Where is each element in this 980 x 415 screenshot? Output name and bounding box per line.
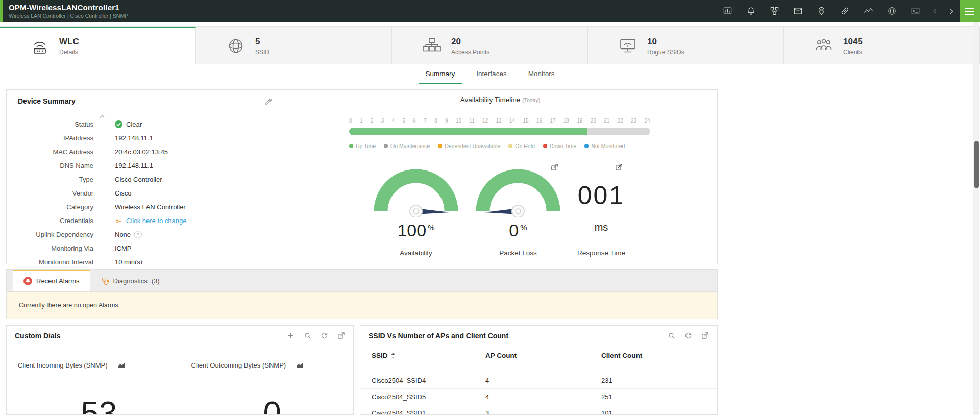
performance-icon[interactable]	[856, 0, 880, 22]
table-row[interactable]: Cisco2504_SSID5 4 251	[360, 389, 717, 405]
alarms-empty-message: Currently there are no open Alarms.	[19, 302, 120, 309]
chevron-left-icon[interactable]	[927, 0, 943, 22]
dial-client-incoming-bytes: Client Incoming Bytes (SNMP) 53	[7, 346, 180, 415]
availability-label: Availability	[373, 249, 459, 257]
cell-ap-count: 4	[485, 377, 601, 384]
add-dial-icon[interactable]	[287, 332, 295, 339]
workflow-icon[interactable]	[763, 0, 786, 22]
sort-icon[interactable]	[391, 353, 395, 359]
device-tab-label: Clients	[843, 48, 863, 56]
area-chart-icon[interactable]	[296, 362, 304, 369]
field-value: 192.148.11.1	[115, 162, 153, 169]
device-tab-access-points[interactable]: 20 Access Points	[392, 27, 588, 64]
chevron-right-icon[interactable]	[943, 0, 960, 22]
search-icon[interactable]	[304, 332, 311, 339]
gauge-popout-icon[interactable]	[615, 163, 623, 171]
cell-client-count: 231	[601, 377, 717, 384]
field-ipaddress: IPAddress 192.148.11.1	[7, 131, 282, 145]
popout-icon[interactable]	[701, 332, 709, 339]
field-value: ICMP	[115, 245, 132, 252]
legend-dot	[349, 144, 353, 148]
diagnostics-icon	[101, 277, 109, 285]
device-tab-text: 20 Access Points	[451, 37, 489, 56]
dial-client-outcoming-bytes: Client Outcoming Bytes (SNMP) 0	[180, 346, 354, 415]
device-tab-count: 1045	[843, 37, 863, 47]
menu-icon[interactable]	[960, 0, 980, 22]
link-icon[interactable]	[833, 0, 856, 22]
legend-dot	[438, 144, 442, 148]
legend-on-maintenance: On Maintenance	[384, 143, 430, 149]
dials-body: Client Incoming Bytes (SNMP) 53 Client O…	[7, 346, 353, 415]
column-ssid[interactable]: SSID	[372, 352, 388, 359]
column-client-count[interactable]: Client Count	[601, 352, 717, 359]
response-time-value: 001	[558, 181, 645, 210]
credentials-change-link[interactable]: Click here to change	[126, 217, 187, 225]
wifi-icon	[30, 36, 50, 56]
field-monitoring-via: Monitoring Via ICMP	[7, 241, 282, 255]
timeline-legend: Up Time On Maintenance Dependent Unavail…	[349, 143, 625, 149]
edit-icon[interactable]	[264, 97, 273, 106]
tab-label: Recent Alarms	[36, 277, 80, 285]
response-time-label: Response Time	[558, 249, 645, 257]
refresh-icon[interactable]	[321, 332, 328, 339]
alarm-bell-icon[interactable]	[739, 0, 763, 22]
ssid-panel-title: SSID Vs Number of APs and Client Count	[369, 332, 508, 340]
mail-icon[interactable]	[786, 0, 810, 22]
device-tab-text: 10 Rogue SSIDs	[647, 37, 684, 56]
device-tab-rogue-ssids[interactable]: 10 Rogue SSIDs	[588, 27, 784, 64]
clients-icon	[814, 36, 834, 56]
alarms-tabbar: Recent Alarms Diagnostics (3)	[7, 270, 717, 292]
tab-diagnostics[interactable]: Diagnostics (3)	[90, 270, 170, 291]
device-summary-panel: Device Summary Status Clear IPAddress 19…	[6, 89, 718, 264]
field-uplink-dependency: Uplink Dependency None ?	[7, 228, 282, 241]
device-tab-label: SSID	[255, 48, 270, 56]
field-value: 20:4c:03:02:13:45	[115, 148, 168, 156]
availability-timeline-bar[interactable]	[349, 128, 650, 135]
packet-loss-label: Packet Loss	[475, 249, 561, 257]
legend-dot	[543, 144, 547, 148]
packet-loss-value: 0%	[475, 221, 561, 240]
rogue-ssid-icon	[618, 36, 638, 56]
tab-summary[interactable]: Summary	[419, 64, 462, 84]
field-monitoring-interval: Monitoring Interval 10 min(s)	[7, 255, 282, 264]
tab-count: (3)	[152, 277, 160, 285]
popout-icon[interactable]	[337, 332, 345, 339]
vertical-scrollbar[interactable]	[973, 22, 979, 415]
tab-recent-alarms[interactable]: Recent Alarms	[13, 270, 90, 291]
device-tab-text: WLC Details	[59, 37, 79, 56]
alarms-section: Recent Alarms Diagnostics (3) Currently …	[6, 269, 718, 319]
search-icon[interactable]	[668, 332, 675, 339]
legend-dot	[584, 144, 589, 148]
scrollbar-thumb[interactable]	[974, 141, 979, 188]
legend-not-monitored: Not Monitored	[584, 143, 625, 149]
dial-value: 53	[18, 397, 180, 415]
web-icon[interactable]	[880, 0, 903, 22]
table-row[interactable]: Cisco2504_SSID4 4 231	[360, 373, 717, 389]
reports-icon[interactable]	[716, 0, 739, 22]
column-ap-count[interactable]: AP Count	[485, 352, 601, 359]
legend-on-hold: On Hold	[508, 143, 535, 149]
tab-monitors[interactable]: Monitors	[521, 64, 562, 84]
ssid-panel-tools	[668, 332, 709, 339]
device-tab-label: Rogue SSIDs	[647, 48, 684, 56]
area-chart-icon[interactable]	[118, 362, 126, 369]
cell-client-count: 101	[601, 409, 717, 415]
console-icon[interactable]	[903, 0, 927, 22]
device-tab-wlc-details[interactable]: WLC Details	[0, 27, 196, 64]
device-tab-clients[interactable]: 1045 Clients	[784, 27, 980, 64]
device-tab-count: 10	[647, 37, 684, 47]
table-row[interactable]: Cisco2504_SSID1 3 101	[360, 405, 717, 415]
dial-label: Client Incoming Bytes (SNMP)	[18, 361, 108, 369]
refresh-icon[interactable]	[684, 332, 692, 339]
packet-loss-gauge	[475, 166, 561, 217]
custom-dials-panel: Custom Dials Client Incoming Bytes (SNMP…	[6, 325, 354, 415]
field-vendor: Vendor Cisco	[7, 186, 282, 200]
cell-ap-count: 3	[485, 409, 601, 415]
tab-interfaces[interactable]: Interfaces	[469, 64, 513, 84]
field-mac-address: MAC Address 20:4c:03:02:13:45	[7, 145, 282, 159]
custom-dials-title: Custom Dials	[15, 332, 60, 340]
help-icon[interactable]: ?	[134, 231, 142, 238]
device-tab-count: 20	[451, 37, 489, 47]
device-tab-ssid[interactable]: 5 SSID	[196, 27, 392, 64]
location-icon[interactable]	[810, 0, 833, 22]
